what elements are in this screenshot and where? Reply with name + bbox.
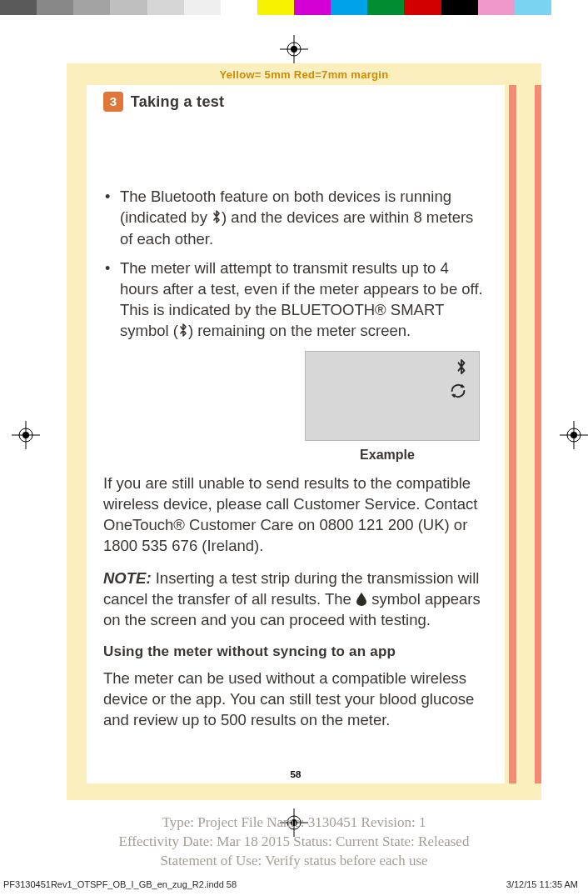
bluetooth-icon [456,358,467,380]
metadata-line: Statement of Use: Verify status before e… [0,852,588,871]
note-paragraph: NOTE: Inserting a test strip during the … [103,568,488,631]
document-metadata: Type: Project File Name: 3130451 Revisio… [0,813,588,871]
metadata-line: Effectivity Date: Mar 18 2015 Status: Cu… [0,833,588,852]
metadata-line: Type: Project File Name: 3130451 Revisio… [0,813,588,833]
page-content: 3 Taking a test The Bluetooth feature on… [87,85,505,783]
step-header: 3 Taking a test [103,92,488,112]
bluetooth-icon [178,322,188,343]
sync-paragraph: The meter can be used without a compatib… [103,668,488,731]
contact-paragraph: If you are still unable to send results … [103,473,488,557]
step-number-badge: 3 [103,92,123,112]
bullet-text: ) remaining on the meter screen. [188,322,411,339]
section-subhead: Using the meter without syncing to an ap… [103,643,488,662]
blood-drop-icon [356,591,367,605]
registration-mark-icon [280,35,308,63]
page-number: 58 [87,769,505,779]
red-margin-strip-inner [509,85,516,783]
footer-timestamp: 3/12/15 11:35 AM [506,879,578,889]
note-label: NOTE: [103,569,152,587]
example-caption: Example [103,446,488,464]
bullet-item: The Bluetooth feature on both devices is… [103,187,488,250]
print-footer: PF3130451Rev1_OTSPF_OB_I_GB_en_zug_R2.in… [0,879,588,889]
registration-mark-icon [560,421,588,449]
bullet-item: The meter will attempt to transmit resul… [103,258,488,343]
example-figure [103,351,488,441]
registration-mark-icon [12,421,40,449]
page-area: Yellow= 5mm Red=7mm margin 3 Taking a te… [67,63,541,800]
meter-screen-example [305,351,480,441]
bluetooth-icon [212,208,222,229]
step-title: Taking a test [131,93,225,110]
red-margin-strip-outer [535,85,541,783]
footer-filename: PF3130451Rev1_OTSPF_OB_I_GB_en_zug_R2.in… [3,879,237,889]
margin-guide-label: Yellow= 5mm Red=7mm margin [67,63,541,84]
print-color-bar [0,0,588,15]
sync-icon [449,382,467,406]
